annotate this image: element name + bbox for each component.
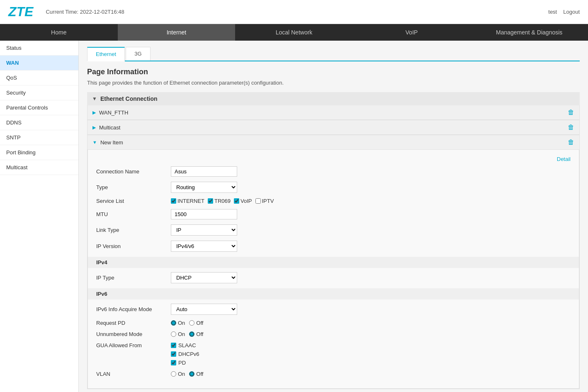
vlan-off-radio[interactable]: [189, 371, 194, 377]
gua-allowed-label: GUA Allowed From: [96, 342, 171, 348]
sidebar-item-security[interactable]: Security: [0, 85, 78, 100]
vlan-off-label[interactable]: Off: [189, 371, 203, 377]
logout-link[interactable]: Logout: [563, 9, 580, 15]
nav-item-management[interactable]: Management & Diagnosis: [470, 24, 588, 41]
ipv6-acquire-label: IPv6 Info Acquire Mode: [96, 306, 171, 312]
gua-pd-checkbox[interactable]: [171, 360, 176, 365]
tab-ethernet[interactable]: Ethernet: [87, 47, 125, 61]
sidebar-item-parental-controls[interactable]: Parental Controls: [0, 100, 78, 115]
form-row-ipv6-acquire: IPv6 Info Acquire Mode Auto Manual: [96, 304, 571, 315]
tab-3g[interactable]: 3G: [126, 47, 150, 61]
link-type-control: IP PPPoE IPoE: [171, 224, 237, 236]
new-item-form: Detail Connection Name Type: [87, 150, 579, 389]
mtu-control: [171, 209, 237, 219]
link-type-select[interactable]: IP PPPoE IPoE: [171, 224, 237, 236]
service-internet-checkbox[interactable]: [171, 198, 176, 204]
ethernet-connection-section: ▼ Ethernet Connection ▶ WAN_FTTH 🗑 ▶ Mul…: [87, 92, 580, 389]
service-internet-label[interactable]: INTERNET: [171, 198, 204, 204]
conn-item-wan-ftth-header[interactable]: ▶ WAN_FTTH 🗑: [87, 105, 579, 120]
test-link[interactable]: test: [548, 9, 557, 15]
nav-item-internet[interactable]: Internet: [118, 24, 236, 41]
main-content: Ethernet 3G Page Information This page p…: [79, 41, 588, 392]
sidebar-item-wan[interactable]: WAN: [0, 56, 78, 71]
sidebar-item-status[interactable]: Status: [0, 41, 78, 56]
conn-item-multicast: ▶ Multicast 🗑: [87, 120, 580, 135]
service-voip-label[interactable]: VoIP: [234, 198, 252, 204]
mtu-input[interactable]: [171, 209, 237, 219]
request-pd-on-radio[interactable]: [171, 320, 176, 326]
current-time: Current Time: 2022-12-02T16:48: [46, 9, 548, 15]
gua-dhcpv6-label[interactable]: DHCPv6: [171, 351, 199, 357]
conn-item-multicast-header[interactable]: ▶ Multicast 🗑: [87, 120, 579, 135]
gua-allowed-checkboxes: SLAAC DHCPv6 PD: [171, 342, 199, 366]
multicast-delete-icon[interactable]: 🗑: [568, 124, 574, 131]
gua-slaac-label[interactable]: SLAAC: [171, 342, 199, 348]
tabs: Ethernet 3G: [87, 47, 580, 61]
conn-item-new-item: ▼ New Item 🗑 Detail Connection Name: [87, 135, 580, 389]
request-pd-radio-group: On Off: [171, 320, 203, 326]
ip-type-label: IP Type: [96, 275, 171, 281]
page-info-title: Page Information: [87, 68, 580, 76]
sidebar-item-ddns[interactable]: DDNS: [0, 115, 78, 130]
detail-link[interactable]: Detail: [557, 156, 571, 162]
unnumbered-mode-label: Unnumbered Mode: [96, 331, 171, 337]
request-pd-on-label[interactable]: On: [171, 320, 185, 326]
gua-pd-label[interactable]: PD: [171, 360, 199, 366]
vlan-label: VLAN: [96, 371, 171, 377]
page-info: Page Information This page provides the …: [87, 68, 580, 86]
nav-item-voip[interactable]: VoIP: [353, 24, 471, 41]
service-list-control: INTERNET TR069 VoIP: [171, 198, 274, 204]
form-row-request-pd: Request PD On Off: [96, 320, 571, 326]
service-tr069-checkbox[interactable]: [208, 198, 213, 204]
sidebar-item-multicast[interactable]: Multicast: [0, 160, 78, 175]
ipv6-acquire-select[interactable]: Auto Manual: [171, 304, 237, 315]
detail-link-container: Detail: [96, 156, 571, 162]
type-control: Routing Bridge PPPoE: [171, 182, 237, 193]
conn-item-wan-ftth: ▶ WAN_FTTH 🗑: [87, 105, 580, 120]
header: ZTE Current Time: 2022-12-02T16:48 test …: [0, 0, 588, 24]
new-item-expand-arrow: ▼: [92, 140, 97, 145]
unnumbered-mode-off-label[interactable]: Off: [189, 331, 203, 337]
unnumbered-mode-on-radio[interactable]: [171, 331, 176, 337]
request-pd-off-radio[interactable]: [189, 320, 194, 326]
sidebar-item-port-binding[interactable]: Port Binding: [0, 145, 78, 160]
type-label: Type: [96, 184, 171, 190]
layout: Status WAN QoS Security Parental Control…: [0, 41, 588, 392]
request-pd-control: On Off: [171, 320, 203, 326]
connection-name-input[interactable]: [171, 166, 237, 177]
link-type-label: Link Type: [96, 227, 171, 233]
request-pd-off-label[interactable]: Off: [189, 320, 203, 326]
new-item-delete-icon[interactable]: 🗑: [568, 139, 574, 146]
unnumbered-mode-off-radio[interactable]: [189, 331, 194, 337]
vlan-on-radio[interactable]: [171, 371, 176, 377]
nav-item-home[interactable]: Home: [0, 24, 118, 41]
vlan-on-label[interactable]: On: [171, 371, 185, 377]
sidebar-item-qos[interactable]: QoS: [0, 71, 78, 85]
sidebar-item-sntp[interactable]: SNTP: [0, 130, 78, 145]
service-iptv-label[interactable]: IPTV: [255, 198, 274, 204]
ipv4-section-header: IPv4: [88, 257, 579, 268]
gua-dhcpv6-checkbox[interactable]: [171, 351, 176, 357]
connection-name-control: [171, 166, 237, 177]
gua-slaac-checkbox[interactable]: [171, 343, 176, 348]
service-voip-checkbox[interactable]: [234, 198, 239, 204]
service-iptv-checkbox[interactable]: [255, 198, 261, 204]
type-select[interactable]: Routing Bridge PPPoE: [171, 182, 237, 193]
form-row-ip-type: IP Type DHCP Static PPPoE: [96, 272, 571, 283]
form-row-type: Type Routing Bridge PPPoE: [96, 182, 571, 193]
ipv6-acquire-control: Auto Manual: [171, 304, 237, 315]
form-row-mtu: MTU: [96, 209, 571, 219]
ethernet-connection-header[interactable]: ▼ Ethernet Connection: [87, 92, 580, 105]
unnumbered-mode-control: On Off: [171, 331, 203, 337]
wan-ftth-delete-icon[interactable]: 🗑: [568, 109, 574, 116]
service-tr069-label[interactable]: TR069: [208, 198, 231, 204]
ip-type-select[interactable]: DHCP Static PPPoE: [171, 272, 237, 283]
unnumbered-mode-on-label[interactable]: On: [171, 331, 185, 337]
nav-item-local-network[interactable]: Local Network: [235, 24, 353, 41]
ip-version-select[interactable]: IPv4/v6 IPv4 IPv6: [171, 241, 237, 252]
form-row-unnumbered-mode: Unnumbered Mode On Off: [96, 331, 571, 337]
main-nav: Home Internet Local Network VoIP Managem…: [0, 24, 588, 41]
form-row-link-type: Link Type IP PPPoE IPoE: [96, 224, 571, 236]
conn-item-new-item-header[interactable]: ▼ New Item 🗑: [87, 135, 579, 150]
new-item-label: New Item: [100, 139, 568, 146]
